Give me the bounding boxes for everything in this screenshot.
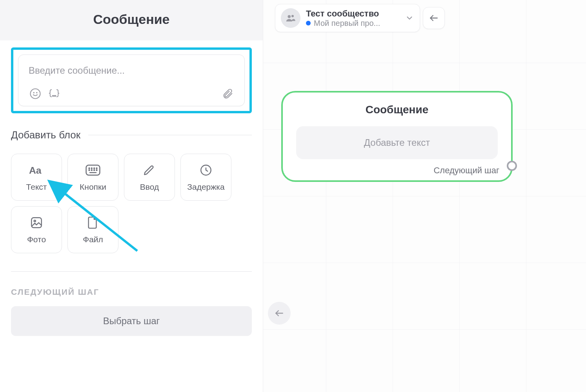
flow-canvas[interactable]: Тест сообщество Мой первый про... Сообще… — [263, 0, 586, 392]
block-label: Текст — [26, 182, 47, 192]
message-input-highlight: Введите сообщение... — [11, 47, 252, 113]
svg-rect-18 — [31, 218, 42, 228]
add-block-heading: Добавить блок — [11, 129, 252, 141]
variable-braces-icon[interactable] — [47, 87, 61, 100]
svg-point-21 — [288, 15, 291, 18]
node-output-connector[interactable] — [507, 161, 517, 171]
editor-body: Введите сообщение... — [0, 40, 263, 347]
svg-point-14 — [94, 170, 95, 171]
arrow-left-icon — [429, 13, 439, 23]
svg-point-19 — [34, 220, 36, 222]
message-toolbar — [29, 87, 234, 100]
add-block-title: Добавить блок — [11, 129, 80, 141]
svg-rect-7 — [86, 165, 100, 175]
divider — [88, 135, 252, 135]
svg-point-15 — [96, 170, 97, 171]
add-input-block-button[interactable]: Ввод — [124, 154, 175, 201]
next-step-heading: СЛЕДУЮЩИЙ ШАГ — [11, 287, 252, 297]
node-add-text-placeholder[interactable]: Добавьте текст — [296, 126, 498, 159]
svg-point-12 — [89, 170, 90, 171]
divider — [11, 271, 252, 272]
status-dot-icon — [306, 21, 311, 25]
block-label: Задержка — [187, 182, 224, 192]
add-text-block-button[interactable]: Aa Текст — [11, 154, 62, 201]
group-avatar-icon — [281, 8, 300, 28]
keyboard-icon — [86, 163, 100, 178]
community-text: Тест сообщество Мой первый про... — [306, 9, 399, 28]
community-subtitle: Мой первый про... — [314, 19, 380, 28]
svg-point-10 — [94, 168, 95, 169]
paperclip-icon[interactable] — [221, 87, 234, 100]
svg-point-3 — [52, 96, 53, 96]
block-label: Ввод — [140, 182, 159, 192]
block-label: Фото — [27, 235, 46, 244]
canvas-header: Тест сообщество Мой первый про... — [275, 4, 445, 32]
add-photo-block-button[interactable]: Фото — [11, 206, 62, 253]
block-label: Кнопки — [80, 182, 106, 192]
svg-point-0 — [31, 89, 40, 99]
community-selector[interactable]: Тест сообщество Мой первый про... — [275, 4, 420, 32]
svg-point-11 — [96, 168, 97, 169]
block-grid: Aa Текст Кнопки Ввод Задерж — [11, 154, 252, 253]
node-title: Сообщение — [296, 103, 498, 116]
svg-text:Aa: Aa — [29, 165, 42, 176]
file-icon — [86, 215, 100, 230]
choose-step-button[interactable]: Выбрать шаг — [11, 306, 252, 336]
add-delay-block-button[interactable]: Задержка — [180, 154, 231, 201]
message-composer: Введите сообщение... — [18, 54, 245, 106]
editor-title: Сообщение — [0, 12, 263, 27]
editor-header: Сообщение — [0, 0, 263, 40]
message-input[interactable]: Введите сообщение... — [29, 65, 234, 77]
svg-point-2 — [36, 93, 37, 93]
text-aa-icon: Aa — [29, 163, 44, 178]
chevron-down-icon — [405, 13, 414, 23]
pencil-icon — [142, 163, 157, 178]
block-label: Файл — [83, 235, 103, 244]
svg-point-1 — [34, 93, 35, 93]
svg-point-9 — [91, 168, 92, 169]
svg-point-5 — [55, 96, 56, 96]
node-next-step-label: Следующий шаг — [433, 165, 499, 176]
svg-point-22 — [291, 15, 294, 17]
message-node[interactable]: Сообщение Добавьте текст Следующий шаг — [281, 91, 513, 182]
canvas-floating-back-button[interactable] — [268, 302, 291, 325]
community-title: Тест сообщество — [306, 9, 399, 19]
add-buttons-block-button[interactable]: Кнопки — [67, 154, 118, 201]
arrow-left-icon — [274, 308, 284, 318]
svg-point-13 — [91, 170, 92, 171]
editor-panel: Сообщение Введите сообщение... — [0, 0, 263, 392]
clock-icon — [198, 163, 213, 178]
back-button[interactable] — [423, 7, 445, 29]
add-file-block-button[interactable]: Файл — [67, 206, 118, 253]
svg-point-8 — [89, 168, 90, 169]
emoji-icon[interactable] — [29, 87, 42, 100]
image-icon — [29, 215, 44, 230]
svg-point-4 — [54, 96, 55, 96]
